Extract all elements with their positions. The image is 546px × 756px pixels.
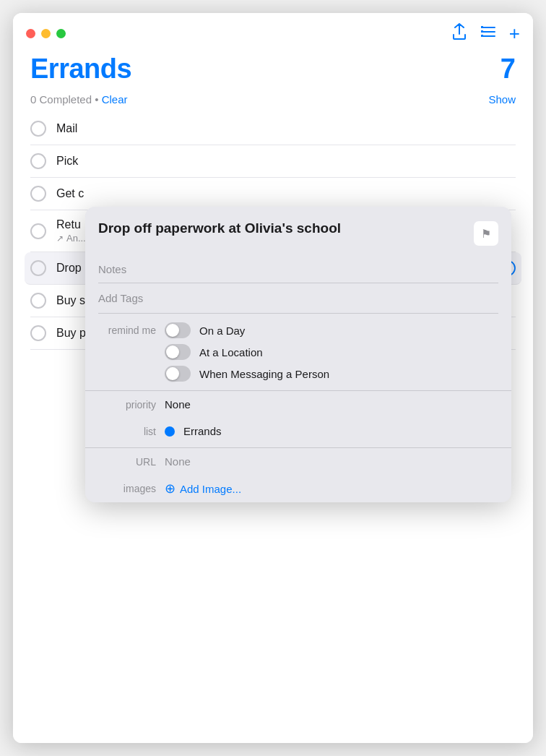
on-a-day-label: On a Day — [199, 325, 245, 337]
title-bar: + — [13, 13, 533, 49]
detail-popup: Drop off paperwork at Olivia's school ⚑ … — [85, 207, 511, 502]
task-title: Mail — [56, 122, 516, 135]
remind-section: remind me On a Day At a Location When Me… — [85, 314, 511, 390]
detail-bottom: URL None images ⊕ Add Image... — [85, 447, 511, 502]
remind-row-message: When Messaging a Person — [98, 366, 498, 382]
url-label: URL — [98, 456, 156, 468]
list-label: list — [98, 426, 156, 437]
flag-button[interactable]: ⚑ — [474, 221, 498, 246]
on-a-day-toggle[interactable] — [165, 322, 191, 338]
add-image-icon: ⊕ — [165, 482, 176, 495]
svg-rect-2 — [481, 35, 483, 37]
add-image-label: Add Image... — [180, 483, 241, 495]
notes-field[interactable]: Notes — [85, 254, 511, 283]
images-label: images — [98, 483, 156, 494]
detail-title: Drop off paperwork at Olivia's school — [98, 220, 474, 238]
remind-row-location: At a Location — [98, 344, 498, 360]
list-value: Errands — [183, 425, 222, 437]
url-row: URL None — [85, 448, 511, 475]
task-item: Pick — [30, 145, 516, 178]
minimize-button[interactable] — [41, 29, 51, 38]
list-color-dot — [165, 426, 175, 437]
toolbar: + — [451, 23, 520, 43]
flag-icon: ⚑ — [481, 227, 491, 241]
images-row: images ⊕ Add Image... — [85, 475, 511, 502]
when-messaging-label: When Messaging a Person — [199, 368, 329, 380]
close-button[interactable] — [26, 29, 35, 38]
tags-field[interactable]: Add Tags — [85, 283, 511, 313]
tags-placeholder: Add Tags — [98, 292, 143, 304]
task-item: Mail — [30, 113, 516, 145]
remind-me-label: remind me — [98, 325, 156, 336]
maximize-button[interactable] — [56, 29, 66, 38]
notes-placeholder: Notes — [98, 263, 126, 275]
main-window: + Errands 7 0 Completed • Clear Show Mai… — [13, 13, 533, 743]
detail-header: Drop off paperwork at Olivia's school ⚑ — [85, 207, 511, 254]
url-value: None — [165, 455, 191, 468]
task-checkbox[interactable] — [30, 260, 46, 276]
at-a-location-toggle[interactable] — [165, 344, 191, 360]
priority-value: None — [165, 398, 191, 411]
at-a-location-label: At a Location — [199, 346, 263, 358]
task-item: Get c — [30, 178, 516, 210]
list-row: list Errands — [85, 418, 511, 444]
header: Errands 7 — [13, 49, 533, 90]
task-checkbox[interactable] — [30, 121, 46, 137]
task-checkbox[interactable] — [30, 186, 46, 202]
when-messaging-toggle[interactable] — [165, 366, 191, 382]
completed-text: 0 Completed • Clear — [30, 93, 128, 106]
clear-button[interactable]: Clear — [102, 93, 128, 106]
task-checkbox[interactable] — [30, 153, 46, 169]
priority-row: priority None — [85, 391, 511, 418]
page-title: Errands — [30, 53, 131, 85]
task-checkbox[interactable] — [30, 223, 46, 239]
share-icon[interactable] — [451, 23, 467, 43]
task-title: Get c — [56, 187, 516, 200]
task-checkbox[interactable] — [30, 293, 46, 309]
task-title: Pick — [56, 155, 516, 168]
completed-row: 0 Completed • Clear Show — [13, 90, 533, 113]
priority-label: priority — [98, 399, 156, 411]
task-list: Mail Pick Get c Retu ↗ An... D — [13, 113, 533, 743]
svg-rect-1 — [481, 30, 483, 33]
add-image-button[interactable]: ⊕ Add Image... — [165, 482, 241, 495]
list-icon[interactable] — [480, 25, 496, 42]
count-badge: 7 — [500, 53, 516, 85]
add-icon[interactable]: + — [509, 24, 520, 43]
traffic-lights — [26, 29, 66, 38]
svg-rect-0 — [481, 26, 483, 28]
remind-row-day: remind me On a Day — [98, 322, 498, 338]
show-button[interactable]: Show — [488, 93, 516, 106]
task-checkbox[interactable] — [30, 325, 46, 341]
